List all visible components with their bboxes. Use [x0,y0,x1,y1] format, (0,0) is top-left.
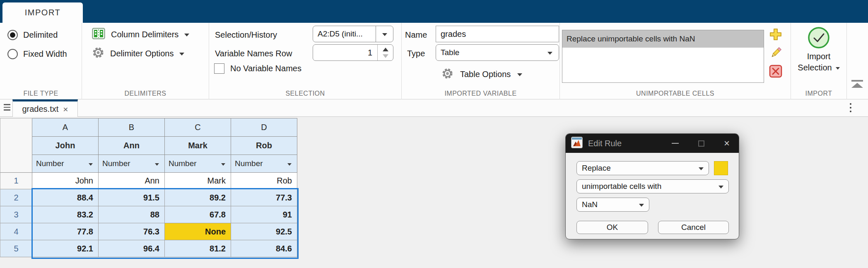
column-delimiters-button[interactable]: Column Delimiters [92,27,189,42]
close-icon[interactable]: × [63,105,68,113]
grid-cell-b4[interactable]: 76.3 [99,223,165,240]
selection-history-label: Selection/History [215,30,277,40]
column-header-b[interactable]: B [99,118,165,137]
column-type-dropdown[interactable]: Number [231,155,297,173]
minimize-icon[interactable] [672,143,679,144]
maximize-icon[interactable] [698,140,704,147]
spinner-up-icon[interactable] [383,48,388,51]
grid-cell-b3[interactable]: 88 [99,206,165,223]
grid-cell-a2[interactable]: 88.4 [32,189,99,206]
row-number[interactable]: 2 [0,189,32,206]
delete-rule-button[interactable] [769,65,783,79]
no-variable-names-checkbox[interactable] [214,63,224,74]
column-type-dropdown[interactable]: Number [165,155,231,173]
no-variable-names-row[interactable]: No Variable Names [214,63,301,74]
document-tab-strip: grades.txt × [0,99,868,117]
collapse-ribbon-button[interactable] [851,80,863,88]
edit-rule-dialog: Edit Rule × Replace unimportable cells w… [565,133,739,239]
grid-cell-a1[interactable]: John [32,173,99,189]
import-selection-button[interactable]: Import Selection [791,26,846,73]
grid-cell-b5[interactable]: 96.4 [99,240,165,257]
tab-strip-menu-button[interactable] [850,103,851,114]
radio-delimited[interactable]: Delimited [7,29,58,41]
grid-cell-a4[interactable]: 77.8 [32,223,99,240]
ribbon-tab-import[interactable]: IMPORT [2,2,83,23]
type-dropdown[interactable]: Table [436,44,559,61]
name-input[interactable]: grades [436,26,559,42]
grid-cell-d3[interactable]: 91 [231,206,297,223]
spinner-arrows[interactable] [377,45,393,60]
section-delimiters: Column Delimiters Delimiter Options DELI… [82,23,209,99]
close-icon[interactable]: × [724,138,730,148]
section-import: Import Selection IMPORT [791,23,847,99]
highlight-color-swatch[interactable] [714,161,728,175]
import-selection-label-line1: Import [807,51,831,62]
grid-cell-c4-unimportable[interactable]: None [165,223,231,240]
green-check-icon [807,26,830,51]
grid-cell-a3[interactable]: 83.2 [32,206,99,223]
dialog-titlebar[interactable]: Edit Rule × [566,134,739,153]
grid-cell-a5[interactable]: 92.1 [32,240,99,257]
grid-cell-d5[interactable]: 84.6 [231,240,297,257]
section-file-type: Delimited Fixed Width FILE TYPE [0,23,82,99]
column-header-c[interactable]: C [165,118,231,137]
tab-grades-txt[interactable]: grades.txt × [12,99,78,117]
collapse-arrow-up-icon [851,83,863,88]
variable-name-cell[interactable]: Rob [231,137,297,155]
rule-list-item[interactable]: Replace unimportable cells with NaN [562,30,764,48]
row-number[interactable]: 4 [0,223,32,240]
grid-cell-d1[interactable]: Rob [231,173,297,189]
grid-cell-d2[interactable]: 77.3 [231,189,297,206]
selection-history-dropdown[interactable]: A2:D5 (initi... [313,26,393,42]
column-delimiters-label: Column Delimiters [111,30,178,39]
section-imported-variable: Name grades Type Table Tabl [402,23,560,99]
row-number[interactable]: 3 [0,206,32,223]
variable-name-cell[interactable]: John [32,137,99,155]
row-number[interactable]: 5 [0,240,32,257]
kebab-dot [850,111,851,112]
grid-corner[interactable] [0,118,32,173]
column-header-d[interactable]: D [231,118,297,137]
grid-cell-d4[interactable]: 92.5 [231,223,297,240]
table-options-button[interactable]: Table Options [441,67,522,82]
chevron-down-icon [89,163,93,166]
rule-action-dropdown[interactable]: Replace [576,161,709,175]
variable-names-row-spinner[interactable]: 1 [313,44,393,61]
section-label-unimportable-cells: UNIMPORTABLE CELLS [560,90,791,97]
cancel-button[interactable]: Cancel [658,221,729,234]
delimiter-options-button[interactable]: Delimiter Options [92,46,184,61]
grid-cell-b1[interactable]: Ann [99,173,165,189]
grid-cell-c3[interactable]: 67.8 [165,206,231,223]
variable-name-cell[interactable]: Mark [165,137,231,155]
rule-replacement-value: NaN [577,200,639,209]
tab-list-icon[interactable] [4,104,10,112]
spinner-down-icon[interactable] [383,54,388,58]
add-rule-button[interactable] [769,28,783,42]
radio-fixed-width[interactable]: Fixed Width [7,48,67,60]
column-type-dropdown[interactable]: Number [32,155,99,173]
ok-button-label: OK [607,223,618,232]
selection-history-arrow-button[interactable] [376,26,393,42]
rule-target-dropdown[interactable]: unimportable cells with [576,179,729,193]
rules-listbox[interactable]: Replace unimportable cells with NaN [562,30,764,83]
radio-fixed-width-dot [10,51,15,57]
ok-button[interactable]: OK [576,221,648,234]
column-type-value: Number [235,159,263,168]
grid-cell-c2[interactable]: 89.2 [165,189,231,206]
edit-rule-button[interactable] [769,47,783,61]
row-number[interactable]: 1 [0,173,32,189]
ribbon-body: Delimited Fixed Width FILE TYPE [0,23,868,99]
grid-cell-c5[interactable]: 81.2 [165,240,231,257]
grid-cell-c1[interactable]: Mark [165,173,231,189]
column-type-value: Number [169,159,197,168]
column-type-dropdown[interactable]: Number [99,155,165,173]
variable-name-cell[interactable]: Ann [99,137,165,155]
rule-replacement-dropdown[interactable]: NaN [576,198,649,212]
column-type-value: Number [36,159,64,168]
grid-cell-b2[interactable]: 91.5 [99,189,165,206]
data-preview-grid: A B C D John Ann Mark Rob Number Number … [0,118,297,257]
radio-fixed-width-label: Fixed Width [23,49,67,59]
column-header-a[interactable]: A [32,118,99,137]
type-label: Type [407,49,425,58]
section-label-selection: SELECTION [209,90,401,97]
